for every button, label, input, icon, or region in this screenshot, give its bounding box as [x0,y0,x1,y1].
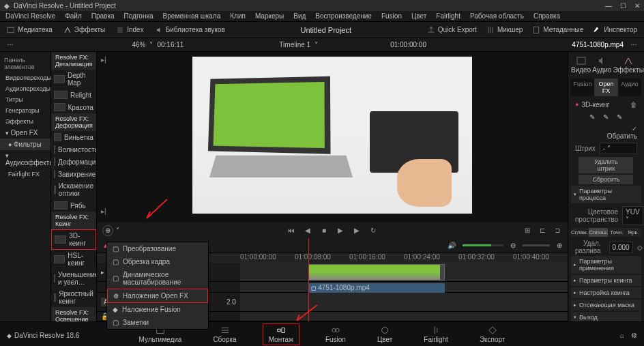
dd-transform[interactable]: ▢Преобразование [107,242,208,255]
dd-openfx-overlay[interactable]: ⊕Наложение Open FX [107,289,208,303]
category-openfx[interactable]: ▾ Open FX [0,127,50,139]
category-audio-transitions[interactable]: Аудиопереходы [0,83,50,94]
volume-icon[interactable]: 🔊 [448,242,456,249]
dd-dynamic-zoom[interactable]: ▢Динамическое масштабирование [107,268,208,289]
stroke-select[interactable]: - ˅ [600,143,637,154]
minimize-button[interactable]: — [605,2,612,10]
toolbar-effects[interactable]: Эффекты [63,26,105,34]
toolbar-quickexport[interactable]: Quick Export [427,26,477,34]
maximize-button[interactable]: ☐ [620,2,626,10]
trash-icon[interactable]: 🗑 [630,101,637,109]
applied-fx-name[interactable]: ● 3D-кеинг🗑 [571,99,641,111]
overlay-menu-button[interactable]: ⊕ [102,225,113,236]
first-frame-button[interactable]: ⏮ [287,226,296,235]
dd-notes[interactable]: ▢Заметки [107,316,208,329]
dd-fusion-overlay[interactable]: ◆Наложение Fusion [107,303,208,316]
menu-color[interactable]: Цвет [411,12,426,20]
despill-value[interactable]: 0.000 [609,242,633,253]
more-icon[interactable]: ⋯ [7,41,14,48]
zoom-in-button[interactable]: ⊕ [557,242,562,249]
menu-view[interactable]: Вид [293,12,306,20]
category-video-transitions[interactable]: Видеопереходы [0,72,50,83]
toolbar-index[interactable]: Index [116,26,143,34]
section-key-adjust[interactable]: Настройка кеинга [571,287,641,298]
category-generators[interactable]: Генераторы [0,105,50,116]
page-color[interactable]: Цвет [372,324,398,345]
dd-crop[interactable]: ▢Обрезка кадра [107,255,208,268]
menu-davinci[interactable]: DaVinci Resolve [5,12,55,20]
section-output[interactable]: Выход [571,312,641,321]
menu-fusion[interactable]: Fusion [381,12,402,20]
menu-fairlight[interactable]: Fairlight [436,12,460,20]
fx-ripple[interactable]: Рябь [51,199,96,212]
close-button[interactable]: ✕ [634,2,640,10]
chevron-down-icon[interactable]: ˅ [116,227,119,234]
category-fairlightfx[interactable]: Fairlight FX [0,169,50,179]
toolbar-mixer[interactable]: Микшер [486,26,523,34]
page-fusion[interactable]: Fusion [320,324,351,345]
mark-out-button[interactable]: ⊐ [553,226,562,235]
seg-smooth[interactable]: Сглаж. [571,228,588,237]
mark-in-button[interactable]: ⊏ [538,226,547,235]
plus-eyedropper-icon[interactable]: ✎ [617,113,622,121]
delete-stroke-button[interactable]: Удалить штрих [579,157,633,173]
stop-button[interactable]: ■ [319,226,329,235]
section-apply[interactable]: Параметры применения [571,256,641,274]
menu-help[interactable]: Справка [533,12,560,20]
page-deliver[interactable]: Экспорт [474,324,511,345]
menu-edit[interactable]: Правка [91,12,115,20]
clip-label[interactable]: ▢ 4751-1080p.mp4 [308,283,445,293]
playhead[interactable] [308,238,309,321]
fx-luma-keyer[interactable]: Яркостный кеинг [51,288,96,307]
viewer-zoom[interactable]: 46% [132,41,145,48]
menu-trim[interactable]: Подгонка [124,12,153,20]
subtab-audio[interactable]: Аудио [618,78,641,96]
subtab-openfx[interactable]: Open FX [594,78,617,96]
video-clip[interactable] [308,264,445,280]
fx-beauty[interactable]: Красота [51,101,96,113]
menu-playback[interactable]: Воспроизведение [315,12,372,20]
loop-button[interactable]: ↻ [368,226,378,235]
fx-lens-distort[interactable]: Искажение оптики [51,180,96,199]
inspector-tab-video[interactable]: Видео [571,55,591,76]
expand-icon[interactable]: ▸| [101,56,106,63]
fx-hsl-keyer[interactable]: HSL-кеинг [51,250,96,269]
prev-frame-button[interactable]: ◀ [303,226,312,235]
subtab-fusion[interactable]: Fusion [571,78,594,96]
menu-markers[interactable]: Маркеры [255,12,284,20]
page-edit[interactable]: Монтаж [263,323,299,345]
keyframe-icon[interactable]: ◇ [637,244,643,251]
fx-depth-map[interactable]: Depth Map [51,70,96,89]
menu-workspace[interactable]: Рабочая область [470,12,524,20]
menu-file[interactable]: Файл [65,12,82,20]
page-fairlight[interactable]: Fairlight [418,324,454,345]
minus-eyedropper-icon[interactable]: ✎ [603,113,609,121]
toolbar-sounds[interactable]: Библиотека звуков [155,26,225,34]
eyedropper-icon[interactable]: ✎ [589,113,595,121]
match-frame-button[interactable]: ⊞ [523,226,532,235]
menu-timeline[interactable]: Временная шкала [163,12,221,20]
chevron-down-icon[interactable]: ˅ [314,41,318,48]
settings-icon[interactable]: ⚙ [631,332,637,339]
toolbar-inspector[interactable]: Инспектор [593,26,637,34]
fx-vignette[interactable]: Виньетка [51,131,96,143]
zoom-out-button[interactable]: ⊖ [510,242,516,249]
category-titles[interactable]: Титры [0,94,50,105]
reset-button[interactable]: Сбросить [579,175,633,184]
timeline-name[interactable]: Timeline 1 [279,41,310,48]
fx-warp[interactable]: Деформация [51,156,96,168]
colorspace-select[interactable]: YUV ˅ [622,206,643,225]
fx-relight[interactable]: Relight [51,89,96,101]
category-filters[interactable]: ● Фильтры [0,139,50,150]
collapse-icon[interactable]: ▸| [101,207,106,215]
fx-3d-keyer[interactable]: 3D-кеинг [51,229,96,250]
section-garbage-matte[interactable]: Отсекающая маска [571,300,641,311]
fx-shrink-grow[interactable]: Уменьшение и увел… [51,269,96,288]
section-process-params[interactable]: Параметры процесса [571,186,641,203]
page-cut[interactable]: Сборка [207,324,241,345]
invert-checkbox[interactable]: Обратить [607,132,637,140]
viewer[interactable]: ▸| ▸| [97,52,568,219]
play-button[interactable]: ▶ [336,226,345,235]
home-icon[interactable]: ⌂ [620,332,624,339]
inspector-tab-effects[interactable]: Эффекты [613,55,643,76]
